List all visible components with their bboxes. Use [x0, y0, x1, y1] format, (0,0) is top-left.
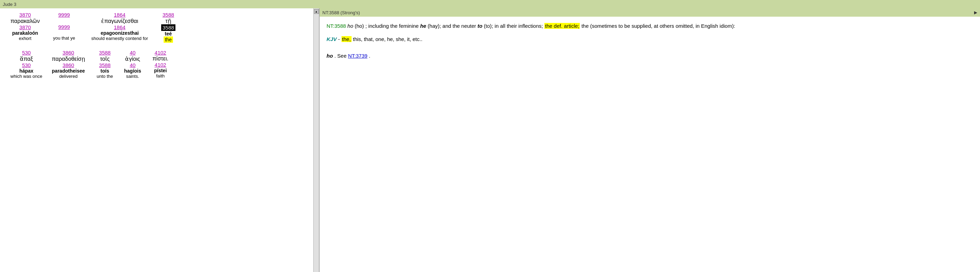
he-bold-italic: he — [420, 23, 426, 29]
strongs-4102-2[interactable]: 4102 — [154, 62, 166, 68]
scroll-up-arrow[interactable]: ▲ — [314, 9, 319, 14]
def-line1: ; including the feminine — [366, 23, 420, 29]
word-group-tee: 3588 τῇ 3588 teé the — [154, 12, 182, 43]
def-line2: (hay); and the neuter — [428, 23, 477, 29]
main-container: 3870 παρακαλῶν 3870 parakaloón exhort 99… — [0, 8, 980, 272]
strongs-40-1[interactable]: 40 — [130, 50, 135, 56]
word-group-tois: 3588 τοῖς 3588 toís unto the — [91, 50, 119, 79]
word-group-pistei: 4102 πίστει. 4102 pístei faith — [146, 50, 174, 78]
right-panel: NT:3588 (Strong's) ▶ NT:3588 ho (ho) ; i… — [320, 8, 980, 272]
kjv-label: KJV — [326, 36, 337, 42]
word-group-hagiois: 40 ἁγίοις 40 hagíois saints. — [119, 50, 146, 79]
strongs-3588-v2-2[interactable]: 3588 — [99, 62, 110, 68]
greek-tois: τοῖς — [100, 56, 110, 62]
word-group-parakaloón: 3870 παρακαλῶν 3870 parakaloón exhort — [7, 12, 43, 41]
def-article-highlighted: the def. article; — [544, 23, 580, 29]
gloss-paradotheisee: delivered — [59, 74, 78, 79]
word-group-epagoonizesthai: 1864 ἐπαγωνίζεσθαι 1864 epagoonizesthai … — [85, 12, 154, 41]
ho-see-label: ho — [326, 53, 333, 59]
gloss-pistei: faith — [156, 73, 165, 78]
strongs-1864-1[interactable]: 1864 — [114, 12, 126, 18]
expand-icon[interactable]: ▶ — [974, 10, 977, 15]
see-end: . — [369, 53, 370, 59]
verse-row-1: 3870 παρακαλῶν 3870 parakaloón exhort 99… — [7, 12, 306, 43]
to-bold-italic: to — [478, 23, 482, 29]
translit-pistei: pístei — [154, 68, 167, 73]
strongs-1864-2[interactable]: 1864 — [114, 24, 126, 30]
verse-row-2: 530 ἅπαξ 530 hápax which was once 3860 π… — [7, 50, 306, 79]
gloss-you-that-ye: you that ye — [53, 35, 75, 41]
word-group-9999: 9999 9999 you that ye — [43, 12, 85, 41]
strongs-530-2[interactable]: 530 — [22, 62, 30, 68]
nt-3739-link[interactable]: NT:3739 — [348, 53, 368, 59]
translit-paradotheisee: paradotheisee — [52, 68, 85, 74]
right-title-bar: NT:3588 (Strong's) ▶ — [320, 8, 980, 17]
greek-tee: τῇ — [165, 18, 171, 24]
translit-hagiois: hagíois — [124, 68, 141, 74]
translit-tee: teé — [165, 31, 172, 37]
gloss-exhort: exhort — [19, 36, 31, 41]
greek-9999 — [63, 18, 65, 24]
gloss-tois: unto the — [97, 74, 113, 79]
word-group-paradotheisee: 3860 παραδοθείσῃ 3860 paradotheisee deli… — [46, 50, 91, 79]
ho-italic-plain: ho — [347, 23, 353, 29]
left-scrollbar[interactable]: ▲ — [313, 8, 319, 272]
strongs-ref-header[interactable]: NT:3588 — [326, 23, 346, 29]
kjv-rest: this, that, one, he, she, it, etc.. — [353, 36, 422, 42]
translit-epagoonizesthai: epagoonizesthai — [101, 30, 139, 36]
right-title-label: NT:3588 (Strong's) — [322, 10, 360, 15]
title-label: Jude 3 — [3, 2, 16, 7]
strongs-530-1[interactable]: 530 — [22, 50, 30, 56]
kjv-paragraph: KJV - the, this, that, one, he, she, it,… — [326, 35, 973, 43]
greek-hagiois: ἁγίοις — [125, 56, 140, 62]
translit-tois: toís — [100, 68, 109, 74]
greek-paradotheisee: παραδοθείσῃ — [52, 56, 85, 62]
strongs-3860-1[interactable]: 3860 — [62, 50, 74, 56]
greek-pistei: πίστει. — [153, 56, 169, 62]
gloss-hagiois: saints. — [126, 74, 139, 79]
gloss-contend: should earnestly contend for — [91, 36, 148, 41]
right-content: NT:3588 ho (ho) ; including the feminine… — [320, 17, 980, 272]
strongs-9999-1[interactable]: 9999 — [58, 12, 70, 18]
definition-paragraph: NT:3588 ho (ho) ; including the feminine… — [326, 22, 973, 30]
strongs-3870-2[interactable]: 3870 — [19, 24, 31, 30]
see-reference-paragraph: ho . See NT:3739 . — [326, 52, 973, 60]
interlinear-content: 3870 παρακαλῶν 3870 parakaloón exhort 99… — [0, 8, 313, 272]
see-text: . See — [334, 53, 348, 59]
strongs-4102-1[interactable]: 4102 — [154, 50, 166, 56]
translit-hapax: hápax — [19, 68, 33, 74]
title-bar: Jude 3 — [0, 0, 980, 8]
strongs-3588-highlighted[interactable]: 3588 — [161, 24, 175, 31]
greek-hapax: ἅπαξ — [20, 56, 33, 62]
ho-paren: (ho) — [355, 23, 364, 29]
translit-parakaloón: parakaloón — [12, 30, 38, 36]
greek-parakaloón: παρακαλῶν — [10, 18, 40, 24]
translit-9999 — [64, 30, 65, 35]
greek-epagoonizesthai: ἐπαγωνίζεσθαι — [101, 18, 138, 24]
word-group-hapax: 530 ἅπαξ 530 hápax which was once — [7, 50, 46, 79]
strongs-3870-1[interactable]: 3870 — [19, 12, 31, 18]
strongs-9999-2[interactable]: 9999 — [58, 24, 70, 30]
gloss-the-highlighted: the — [164, 37, 173, 43]
def-line3: (to); in all their inflections; — [484, 23, 544, 29]
strongs-3860-2[interactable]: 3860 — [62, 62, 74, 68]
def-line4: the (sometimes to be supplied, at others… — [582, 23, 735, 29]
strongs-3588-1[interactable]: 3588 — [162, 12, 174, 18]
strongs-3588-v2-1[interactable]: 3588 — [99, 50, 110, 56]
kjv-the-highlight: the, — [342, 36, 352, 42]
strongs-40-2[interactable]: 40 — [130, 62, 135, 68]
gloss-hapax: which was once — [10, 74, 42, 79]
left-panel: 3870 παρακαλῶν 3870 parakaloón exhort 99… — [0, 8, 320, 272]
